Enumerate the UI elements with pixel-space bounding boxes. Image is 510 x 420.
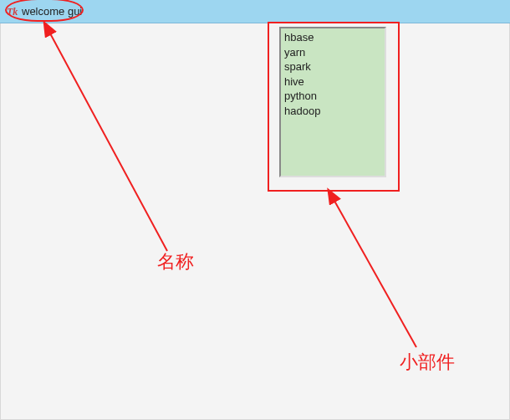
list-item[interactable]: hadoop xyxy=(284,104,381,119)
tk-feather-icon: Tk xyxy=(7,6,18,18)
window-body: hbase yarn spark hive python hadoop xyxy=(0,23,510,420)
list-item[interactable]: python xyxy=(284,89,381,104)
listbox[interactable]: hbase yarn spark hive python hadoop xyxy=(279,27,386,177)
window-title: welcome gui xyxy=(22,5,82,18)
list-item[interactable]: yarn xyxy=(284,45,381,60)
titlebar: Tk welcome gui xyxy=(0,0,510,23)
list-item[interactable]: hive xyxy=(284,74,381,90)
list-item[interactable]: spark xyxy=(284,59,381,74)
list-item[interactable]: hbase xyxy=(284,30,381,45)
